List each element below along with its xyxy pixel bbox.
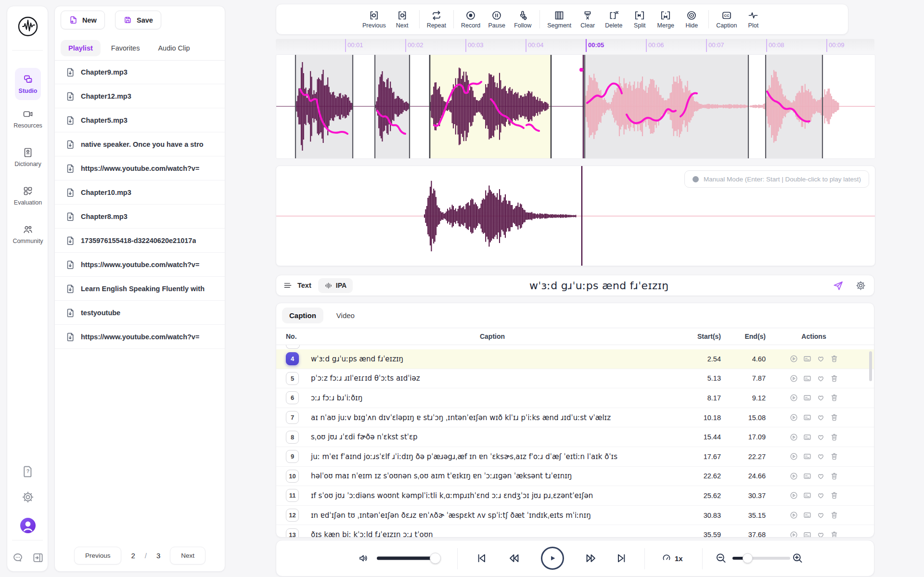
row-favorite-button[interactable] [816, 374, 825, 383]
row-delete-button[interactable] [830, 452, 839, 461]
next-segment-button[interactable]: Next [393, 10, 412, 29]
playlist-item[interactable]: native speaker. Once you have a stro [55, 132, 225, 156]
sidebar-item-dictionary[interactable]: Dictionary [13, 147, 43, 167]
row-play-button[interactable] [789, 433, 798, 442]
split-button[interactable]: Split [630, 10, 649, 29]
row-play-button[interactable] [789, 374, 798, 383]
row-delete-button[interactable] [830, 530, 839, 538]
row-number-badge[interactable]: 10 [286, 470, 299, 483]
row-subtitle-button[interactable] [803, 433, 812, 442]
user-avatar[interactable] [7, 517, 49, 534]
fast-forward-button[interactable] [584, 551, 598, 565]
repeat-button[interactable]: Repeat [427, 10, 446, 29]
playlist-item[interactable]: 1735976155418-d32240620e21017a [55, 229, 225, 253]
playlist-item[interactable]: testyoutube [55, 301, 225, 325]
sidebar-item-community[interactable]: Community [13, 224, 43, 244]
merge-button[interactable]: Merge [656, 10, 675, 29]
row-number-badge[interactable]: 4 [286, 352, 299, 365]
row-play-button[interactable] [789, 354, 798, 363]
tab-favorites[interactable]: Favorites [103, 40, 148, 56]
row-favorite-button[interactable] [816, 511, 825, 520]
playlist-item[interactable]: https://www.youtube.com/watch?v= [55, 156, 225, 180]
recording-waveform-panel[interactable]: Manual Mode (Enter: Start | Double-click… [276, 166, 875, 266]
row-number-badge[interactable]: 12 [286, 509, 299, 522]
text-mode-label[interactable]: Text [297, 282, 311, 289]
sidebar-item-resources[interactable]: Resources [13, 108, 43, 129]
row-subtitle-button[interactable] [803, 393, 812, 402]
sidebar-item-studio[interactable]: Studio [15, 68, 41, 100]
row-delete-button[interactable] [830, 491, 839, 500]
row-play-button[interactable] [789, 452, 798, 461]
row-delete-button[interactable] [830, 433, 839, 442]
table-row[interactable]: 12 ɪn ɐdˈɪʃən tʊ ˌɪntənˈeɪʃən ðɛɹz ɐnˈʌð… [276, 506, 874, 526]
send-icon[interactable] [833, 280, 844, 291]
row-number-badge[interactable]: 11 [286, 489, 299, 502]
row-play-button[interactable] [789, 413, 798, 422]
new-button[interactable]: New [61, 11, 105, 29]
play-button[interactable] [541, 547, 564, 570]
playback-speed-control[interactable]: 1x [661, 553, 683, 564]
follow-button[interactable]: Follow [513, 10, 532, 29]
row-delete-button[interactable] [830, 374, 839, 383]
row-play-button[interactable] [789, 393, 798, 402]
table-row[interactable]: 7 aɪ nˈaʊ juːv bɪgˈʌn dɪvˈɛləpɪŋ ɐ stɹˈɔ… [276, 408, 874, 428]
row-favorite-button[interactable] [816, 413, 825, 422]
row-subtitle-button[interactable] [803, 452, 812, 461]
row-play-button[interactable] [789, 530, 798, 538]
volume-slider-knob[interactable] [430, 553, 441, 564]
playlist-item[interactable]: Chapter10.mp3 [55, 180, 225, 205]
table-row[interactable]: 9 juː mˈeɪ fˈaɪnd joːɹsˈɛlf ɹˈiːdɪŋ ðə p… [276, 447, 874, 467]
timeline-ruler[interactable]: 00:01 00:02 00:03 00:04 00:05 00:06 00:0… [276, 39, 874, 52]
row-subtitle-button[interactable] [803, 530, 812, 538]
playlist-item[interactable]: Chapter9.mp3 [55, 60, 225, 84]
record-button[interactable]: Record [461, 10, 480, 29]
zoom-out-button[interactable] [715, 552, 728, 565]
save-button[interactable]: Save [115, 11, 161, 29]
sidebar-item-evaluation[interactable]: Evaluation [13, 185, 43, 206]
row-favorite-button[interactable] [816, 433, 825, 442]
help-button[interactable]: ? [7, 464, 49, 478]
row-favorite-button[interactable] [816, 472, 825, 481]
row-favorite-button[interactable] [816, 491, 825, 500]
row-number-badge[interactable]: 6 [286, 391, 299, 404]
playlist-item[interactable]: https://www.youtube.com/watch?v= [55, 325, 225, 349]
row-number-badge[interactable]: 5 [286, 372, 299, 385]
row-delete-button[interactable] [830, 354, 839, 363]
list-menu-icon[interactable] [283, 281, 293, 290]
playlist-item[interactable]: https://www.youtube.com/watch?v= [55, 253, 225, 277]
zoom-in-button[interactable] [791, 552, 804, 565]
row-subtitle-button[interactable] [803, 472, 812, 481]
plot-button[interactable]: Plot [744, 10, 763, 29]
row-subtitle-button[interactable] [803, 374, 812, 383]
table-row[interactable]: 6 ɔːɹ fɔːɹ bɹˈiːðɪŋ 8.17 9.12 [276, 388, 874, 408]
rewind-button[interactable] [507, 551, 521, 565]
table-row[interactable]: 13 ðɪs kæn biː kˈɔːld fɹˈeɪzɪn ɔːɹ tˈoʊn… [276, 525, 874, 538]
delete-button[interactable]: Delete [604, 10, 623, 29]
hide-button[interactable]: Hide [682, 10, 701, 29]
pagination-next-button[interactable]: Next [170, 547, 205, 564]
zoom-slider-knob[interactable] [743, 553, 753, 564]
volume-slider[interactable] [377, 557, 437, 560]
row-subtitle-button[interactable] [803, 511, 812, 520]
collapse-panel-button[interactable] [32, 551, 44, 564]
row-subtitle-button[interactable] [803, 354, 812, 363]
table-row[interactable]: 10 həlˈoʊ maɪ nˈeɪm ɪz sˈoʊnən sˌoʊ aɪm … [276, 467, 874, 487]
settings-button[interactable] [7, 490, 49, 504]
row-number-badge[interactable]: 7 [286, 411, 299, 424]
row-favorite-button[interactable] [816, 393, 825, 402]
table-scrollbar[interactable] [869, 351, 872, 381]
row-favorite-button[interactable] [816, 354, 825, 363]
skip-to-end-button[interactable] [615, 552, 628, 565]
table-row[interactable]: 11 ɪf sˈoʊ jʊɹ ˈɔːdiəns woʊnt kəmplˈiːtl… [276, 486, 874, 506]
pagination-previous-button[interactable]: Previous [74, 547, 122, 564]
row-play-button[interactable] [789, 491, 798, 500]
tab-playlist[interactable]: Playlist [61, 40, 101, 56]
row-favorite-button[interactable] [816, 452, 825, 461]
row-number-badge[interactable]: 9 [286, 450, 299, 463]
row-delete-button[interactable] [830, 472, 839, 481]
row-subtitle-button[interactable] [803, 491, 812, 500]
clear-button[interactable]: Clear [578, 10, 597, 29]
row-delete-button[interactable] [830, 393, 839, 402]
row-delete-button[interactable] [830, 413, 839, 422]
row-subtitle-button[interactable] [803, 413, 812, 422]
